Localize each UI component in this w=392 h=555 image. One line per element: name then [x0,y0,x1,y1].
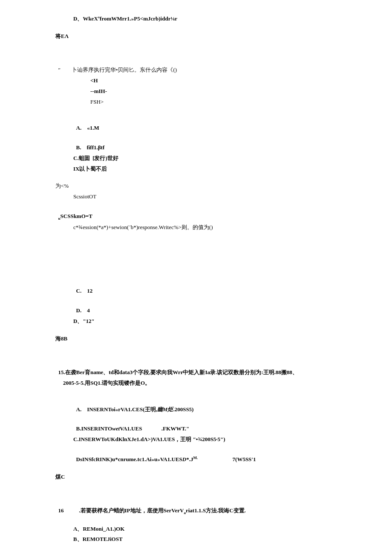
q15-stem: 15.在袭Ber育name、td和data3个字段,要求向我Wrr中矩入新Ia录… [55,359,337,377]
q15-a-p1: INSERNToi«rVA1.CES(王明, [87,406,157,413]
q15-opt-a: A. INSERNToi«rVA1.CES(王明,幽M炬.200SS5) [73,396,337,414]
mid1: 为<% [55,182,337,191]
mid4: c*¾ession(*a*)+sewion(¨b*)response.Write… [73,223,337,232]
q14-stem-text: 卜讪界序执行完华•贝间匕。东什么内容《() [72,67,177,73]
mid3: uSCSSkmO=T [55,203,337,221]
q14-code1: <H [90,76,337,85]
q16-opt-c: c、IXXAI--ADOR [73,546,337,555]
q16-num: 16 [58,507,64,514]
q15-opt-b: B.INSERINTOwetVA1.UES .FKWWT." [73,416,337,433]
q14-code3: FSH> [90,98,337,107]
q15-d-p3: *.J [186,456,193,462]
q15-b-p3: VA1.UES [120,425,142,432]
q15-d-p1: DsINSfcRINK)u*cnrume.tc1.Ai»u»VA1.UES [76,456,182,462]
q15-a-p3: .200SS5) [173,406,193,413]
label-c: C. [76,288,82,294]
q14-opt-a: A. «1.M [73,115,337,133]
line-d-option: D、WkeXºfromWMrr1.»P5<mJcrb)iddr⅛r [73,15,337,23]
mid3-text: SCSSkmO=T [61,213,92,219]
q15-stem1: .在袭Ber育name、td和data3个字段,要求向我Wrr中矩入新Ia录.该… [64,369,298,375]
q15-b-p2: wet [112,425,120,432]
opt-c: C. 12 [73,278,337,296]
label-d: D. [76,307,82,314]
q15-d-sup: M. [193,456,198,460]
q15-d-p2: D [182,456,186,462]
opt-d: D. 4 [73,297,337,315]
q15-d-p4: 7(W5SS'1 [233,456,256,462]
label-a: A. [76,125,82,131]
value-d: 4 [87,307,90,314]
value-b: fiff1.βtf [86,144,104,151]
q14-opt-b: B. fiff1.βtf [73,134,337,152]
q15-num: 15 [58,369,64,375]
q15-b-p1: B.INSERINTO [76,425,112,432]
q14-opt-c: C.蛆固 [发行)世好 [73,154,337,163]
q15-a-p2: 幽M炬 [157,406,173,413]
value-c: 12 [87,288,92,294]
opt-d2: D、"12" [73,317,337,326]
answer-c: 煤C [55,473,337,482]
value-a: «1.M [87,125,99,131]
q15-a-label: A. [76,406,82,413]
q15-b-p4: .FKWWT." [161,425,189,432]
q15-opt-c: C.INSERWToUKdKlnXJe1.dΛ>)VA1.UES，王明 ″•¾2… [73,435,337,444]
q15-stem-cont: 2005-5-5.用SQ1.谓句实现镂作是O。 [63,379,337,388]
quote-mark: ″ [58,67,61,73]
q15-opt-d: DsINSfcRINK)u*cnrume.tc1.Ai»u»VA1.UESD*.… [73,446,337,464]
q16-opt-a: A、REMoni_A1.)OK [73,525,337,534]
q16-opt-b: B、REMOTEJiOST [73,535,337,544]
mid2: ScssiotOT [73,192,337,201]
q16-p1: .若要获桴名户蜡的IP地址，底使用SerVerV [79,507,184,514]
q14-code2: --mIH- [90,87,337,96]
q16-p2: riat1.1.S方法.我诲C变置. [186,507,246,514]
q14-stem: ″ 卜讪界序执行完华•贝间匕。东什么内容《() [55,57,337,75]
answer-e: 将EΛ [55,32,337,41]
q16-stem: 16 .若要获桴名户蜡的IP地址，底使用SerVerVariat1.1.S方法.… [55,498,337,516]
label-b: B. [76,144,81,151]
answer-8b: 海8B [55,334,337,343]
q14-opt-d: IX以卜蜀不后 [73,165,337,174]
